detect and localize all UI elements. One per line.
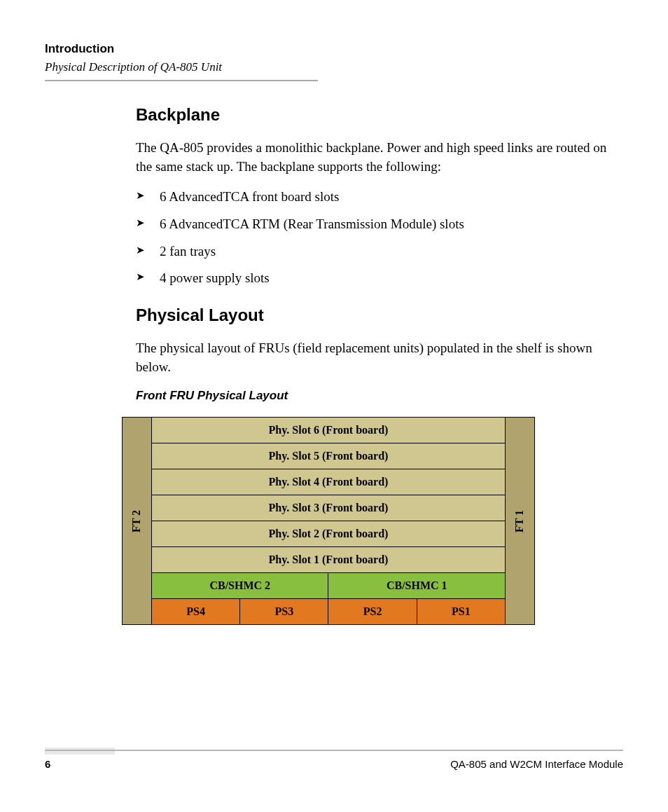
backplane-intro: The QA-805 provides a monolithic backpla… (136, 139, 618, 176)
ps3: PS3 (240, 599, 328, 625)
cb-shmc-1: CB/SHMC 1 (328, 573, 506, 599)
slot-3: Phy. Slot 3 (Front board) (152, 495, 506, 521)
fan-tray-right: FT 1 (506, 418, 535, 625)
body-column: Backplane The QA-805 provides a monolith… (136, 105, 618, 625)
section-heading-physical-layout: Physical Layout (136, 305, 618, 325)
fan-tray-left: FT 2 (123, 418, 152, 625)
section-heading-backplane: Backplane (136, 105, 618, 125)
list-item: 6 AdvancedTCA front board slots (136, 188, 618, 206)
page-footer: 6 QA-805 and W2CM Interface Module (45, 750, 623, 770)
list-item: 6 AdvancedTCA RTM (Rear Transmission Mod… (136, 216, 618, 233)
list-item: 4 power supply slots (136, 270, 618, 287)
header-rule (45, 80, 318, 81)
chapter-title: Introduction (45, 42, 623, 56)
ps4: PS4 (152, 599, 240, 625)
ps1: PS1 (417, 599, 505, 625)
backplane-bullet-list: 6 AdvancedTCA front board slots 6 Advanc… (136, 188, 618, 287)
slot-1: Phy. Slot 1 (Front board) (152, 547, 506, 573)
slot-6: Phy. Slot 6 (Front board) (152, 418, 506, 443)
ps2: PS2 (328, 599, 417, 625)
fru-layout-diagram: FT 2 Phy. Slot 6 (Front board) FT 1 Phy.… (122, 417, 535, 625)
chapter-subtitle: Physical Description of QA-805 Unit (45, 60, 623, 74)
slot-4: Phy. Slot 4 (Front board) (152, 469, 506, 495)
list-item: 2 fan trays (136, 243, 618, 261)
page-number: 6 (45, 758, 50, 770)
footer-rule (45, 750, 623, 751)
running-header: Introduction Physical Description of QA-… (45, 42, 623, 81)
cb-shmc-2: CB/SHMC 2 (152, 573, 328, 599)
slot-2: Phy. Slot 2 (Front board) (152, 521, 506, 547)
physical-layout-intro: The physical layout of FRUs (field repla… (136, 339, 618, 376)
figure-caption: Front FRU Physical Layout (136, 389, 618, 403)
footer-doc-title: QA-805 and W2CM Interface Module (450, 758, 623, 770)
slot-5: Phy. Slot 5 (Front board) (152, 443, 506, 469)
